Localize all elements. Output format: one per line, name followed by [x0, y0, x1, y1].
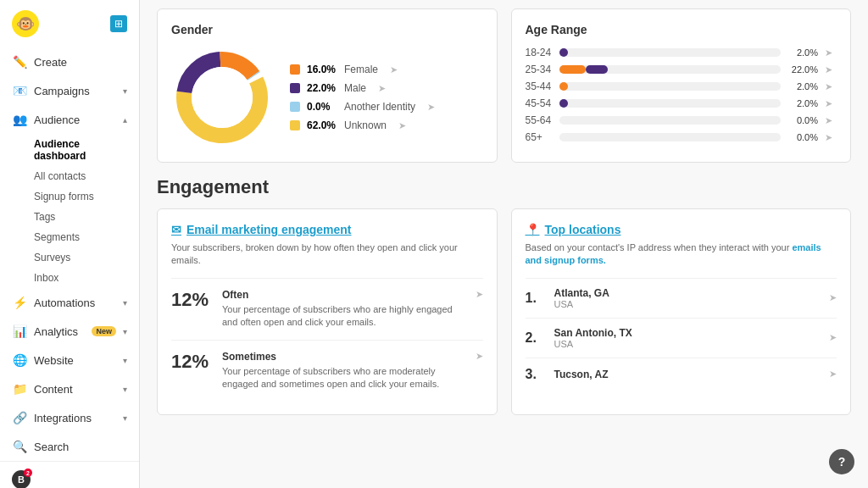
sidebar-item-search[interactable]: 🔍 Search [0, 432, 139, 461]
chevron-down-icon: ▾ [123, 298, 127, 308]
sidebar-nav: ✏️ Create 📧 Campaigns ▾ 👥 Audience ▴ Aud… [0, 47, 139, 461]
legend-item-male: 22.0% Male ➤ [290, 82, 435, 94]
often-desc: Your percentage of subscribers who are h… [222, 303, 465, 330]
metric-row-sometimes: 12% Sometimes Your percentage of subscri… [171, 340, 483, 402]
age-send-icon[interactable]: ➤ [825, 115, 837, 126]
top-locations-title[interactable]: 📍 Top locations [526, 223, 837, 236]
age-bar-bg [559, 133, 782, 141]
engagement-section-title: Engagement [157, 176, 851, 198]
email-engagement-title[interactable]: ✉ Email marketing engagement [171, 223, 483, 236]
location-num-2: 2. [526, 330, 544, 346]
age-send-icon[interactable]: ➤ [825, 47, 837, 58]
location-row-3: 3. Tucson, AZ ➤ [526, 358, 837, 391]
avatar[interactable]: 2 B [12, 470, 31, 488]
legend-item-another: 0.0% Another Identity ➤ [290, 101, 435, 113]
sidebar-item-segments[interactable]: Segments [34, 227, 139, 247]
unknown-color-swatch [290, 120, 300, 130]
sidebar-item-label: Automations [34, 297, 116, 309]
chevron-down-icon: ▾ [123, 385, 127, 394]
sometimes-send-icon[interactable]: ➤ [476, 351, 483, 362]
female-color-swatch [290, 64, 300, 75]
sidebar-item-inbox[interactable]: Inbox [34, 268, 139, 288]
sidebar-item-website[interactable]: 🌐 Website ▾ [0, 346, 139, 374]
location-num-1: 1. [526, 291, 544, 306]
legend-item-female: 16.0% Female ➤ [290, 64, 435, 75]
legend-item-unknown: 62.0% Unknown ➤ [290, 119, 435, 131]
sidebar-item-label: Audience [34, 114, 116, 126]
age-bar-bg [559, 99, 782, 108]
sidebar-item-surveys[interactable]: Surveys [34, 247, 139, 268]
top-locations-label: Top locations [545, 223, 621, 236]
female-send-icon[interactable]: ➤ [390, 64, 398, 75]
often-send-icon[interactable]: ➤ [476, 289, 483, 300]
email-engagement-label: Email marketing engagement [186, 223, 352, 236]
sidebar-item-analytics[interactable]: 📊 Analytics New ▾ [0, 317, 139, 346]
age-bar-bg [559, 116, 782, 125]
avatar-initials: B [18, 474, 25, 485]
location-send-icon-1[interactable]: ➤ [829, 292, 837, 303]
location-num-3: 3. [526, 367, 544, 382]
sidebar-item-campaigns[interactable]: 📧 Campaigns ▾ [0, 76, 139, 105]
age-bar-fill-orange [559, 65, 586, 74]
age-send-icon[interactable]: ➤ [825, 64, 837, 75]
email-icon: ✉ [171, 223, 181, 236]
age-label: 65+ [526, 131, 553, 143]
age-row-35-44: 35-44 2.0% ➤ [526, 80, 837, 92]
new-badge: New [92, 326, 116, 336]
age-bar-fill-purple [586, 65, 608, 74]
audience-icon: 👥 [12, 112, 27, 127]
age-row-45-54: 45-54 2.0% ➤ [526, 97, 837, 109]
sometimes-desc: Your percentage of subscribers who are m… [222, 365, 465, 391]
sidebar-item-tags[interactable]: Tags [34, 207, 139, 227]
male-send-icon[interactable]: ➤ [378, 83, 386, 94]
gender-content: 16.0% Female ➤ 22.0% Male ➤ 0.0% [171, 47, 483, 148]
sidebar: 🐵 ✏️ Create 📧 Campaigns ▾ 👥 Audience ▴ A… [0, 0, 140, 488]
age-send-icon[interactable]: ➤ [825, 98, 837, 109]
sidebar-item-audience[interactable]: 👥 Audience ▴ [0, 105, 139, 134]
sidebar-item-label: Campaigns [34, 85, 116, 97]
gender-card: Gender [157, 8, 498, 163]
gender-legend: 16.0% Female ➤ 22.0% Male ➤ 0.0% [290, 64, 435, 131]
sidebar-item-integrations[interactable]: 🔗 Integrations ▾ [0, 403, 139, 432]
sidebar-item-all-contacts[interactable]: All contacts [34, 166, 139, 186]
website-icon: 🌐 [12, 352, 27, 368]
sidebar-item-label: Integrations [34, 412, 116, 424]
chevron-up-icon: ▴ [123, 115, 127, 125]
location-send-icon-2[interactable]: ➤ [829, 332, 837, 343]
location-send-icon-3[interactable]: ➤ [829, 369, 837, 380]
location-city-1: Atlanta, GA [554, 287, 820, 299]
location-city-2: San Antonio, TX [554, 327, 820, 339]
age-send-icon[interactable]: ➤ [825, 81, 837, 92]
often-title: Often [222, 289, 465, 301]
top-cards-row: Gender [157, 0, 851, 163]
unknown-send-icon[interactable]: ➤ [398, 120, 406, 131]
age-range-card: Age Range 18-24 2.0% ➤ 25-34 [511, 8, 852, 163]
age-send-icon[interactable]: ➤ [825, 132, 837, 143]
sidebar-item-label: Search [34, 441, 127, 453]
engagement-row: ✉ Email marketing engagement Your subscr… [157, 208, 851, 415]
another-color-swatch [290, 102, 300, 112]
help-button[interactable]: ? [829, 449, 854, 474]
analytics-icon: 📊 [12, 324, 27, 339]
locations-desc-text: Based on your contact's IP address when … [526, 242, 790, 252]
age-bar-bg [559, 82, 782, 91]
sidebar-item-create[interactable]: ✏️ Create [0, 47, 139, 76]
age-bar-fill [559, 99, 568, 108]
sidebar-item-content[interactable]: 📁 Content ▾ [0, 374, 139, 403]
age-bar-bg [559, 48, 782, 57]
sidebar-toggle-button[interactable] [110, 15, 127, 32]
chevron-down-icon: ▾ [123, 86, 127, 96]
age-row-55-64: 55-64 0.0% ➤ [526, 114, 837, 126]
campaigns-icon: 📧 [12, 83, 27, 98]
sidebar-item-audience-dashboard[interactable]: Audience dashboard [34, 134, 139, 166]
location-info-1: Atlanta, GA USA [554, 287, 820, 309]
another-pct: 0.0% [307, 101, 337, 113]
main-content: Gender [140, 0, 868, 488]
often-info: Often Your percentage of subscribers who… [222, 289, 465, 330]
age-label: 35-44 [526, 80, 553, 92]
another-send-icon[interactable]: ➤ [427, 102, 435, 113]
gender-title: Gender [171, 23, 483, 36]
sidebar-item-automations[interactable]: ⚡ Automations ▾ [0, 288, 139, 317]
sidebar-item-label: Analytics [34, 325, 85, 338]
sidebar-item-signup-forms[interactable]: Signup forms [34, 186, 139, 207]
